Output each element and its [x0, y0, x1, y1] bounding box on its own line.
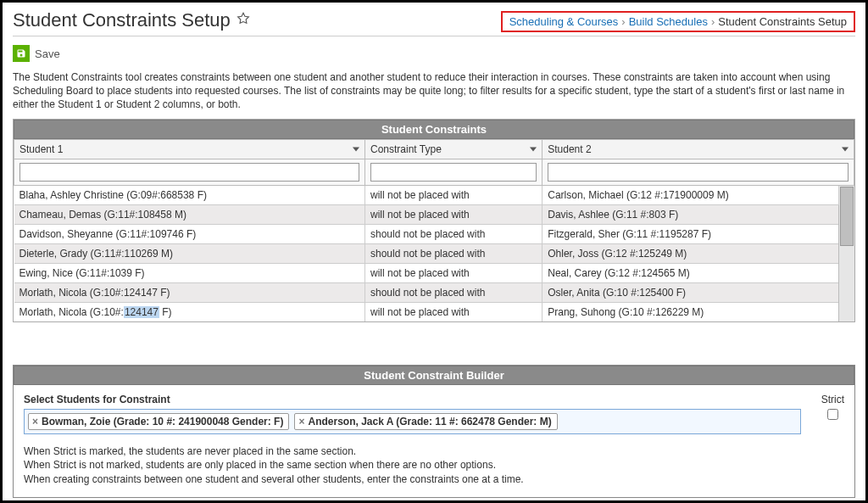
chevron-down-icon	[353, 147, 359, 151]
chevron-down-icon	[842, 147, 849, 151]
student-token[interactable]: ×Bowman, Zoie (Grade: 10 #: 241900048 Ge…	[28, 413, 289, 430]
cell-student1: Dieterle, Grady (G:11#:110269 M)	[14, 243, 365, 263]
cell-student1: Davidson, Sheyanne (G:11#:109746 F)	[14, 224, 365, 243]
table-row[interactable]: Davidson, Sheyanne (G:11#:109746 F)shoul…	[14, 224, 854, 243]
col-header-student1[interactable]: Student 1	[14, 139, 365, 159]
strict-label: Strict	[821, 394, 844, 405]
chevron-right-icon: ›	[711, 15, 715, 28]
token-label: Bowman, Zoie (Grade: 10 #: 241900048 Gen…	[42, 416, 283, 428]
cell-student2: Osler, Anita (G:10 #:125400 F)	[542, 282, 839, 302]
select-students-label: Select Students for Constraint	[24, 394, 801, 405]
intro-text: The Student Constraints tool creates con…	[13, 70, 855, 112]
breadcrumb-current: Student Constraints Setup	[718, 15, 847, 28]
cell-constraint-type: should not be placed with	[365, 243, 542, 263]
table-row[interactable]: Morlath, Nicola (G:10#:124147 F)should n…	[14, 282, 854, 302]
cell-student2: Prang, Suhong (G:10 #:126229 M)	[542, 302, 839, 321]
cell-student1: Morlath, Nicola (G:10#:124147 F)	[14, 282, 365, 302]
breadcrumb-link-build[interactable]: Build Schedules	[629, 15, 708, 28]
cell-student1: Morlath, Nicola (G:10#:124147 F)	[14, 302, 365, 321]
table-row[interactable]: Dieterle, Grady (G:11#:110269 M)should n…	[14, 243, 854, 263]
toolbar: Save	[13, 45, 855, 62]
cell-constraint-type: will not be placed with	[365, 263, 542, 282]
scroll-thumb[interactable]	[840, 187, 853, 246]
page-title: Student Constraints Setup	[13, 9, 251, 31]
cell-constraint-type: will not be placed with	[365, 302, 542, 321]
save-button[interactable]	[13, 45, 30, 62]
table-row[interactable]: Chameau, Demas (G:11#:108458 M)will not …	[14, 204, 854, 224]
builder-notes: When Strict is marked, the students are …	[24, 444, 844, 487]
cell-student2: Neal, Carey (G:12 #:124565 M)	[542, 263, 839, 282]
cell-student2: Davis, Ashlee (G:11 #:803 F)	[542, 204, 839, 224]
constraint-builder: Student Constraint Builder Select Studen…	[13, 365, 855, 498]
constraints-grid: Student Constraints Student 1 Constraint…	[13, 119, 855, 322]
table-row[interactable]: Ewing, Nice (G:11#:1039 F)will not be pl…	[14, 263, 854, 282]
cell-constraint-type: should not be placed with	[365, 224, 542, 243]
table-row[interactable]: Morlath, Nicola (G:10#:124147 F)will not…	[14, 302, 854, 321]
breadcrumb: Scheduling & Courses › Build Schedules ›…	[501, 11, 855, 32]
table-row[interactable]: Blaha, Ashley Christine (G:09#:668538 F)…	[14, 185, 854, 204]
filter-input-student1[interactable]	[19, 163, 359, 182]
grid-title: Student Constraints	[14, 120, 854, 139]
builder-title: Student Constraint Builder	[14, 366, 854, 385]
save-label: Save	[35, 48, 60, 60]
save-icon	[16, 48, 26, 59]
cell-constraint-type: will not be placed with	[365, 185, 542, 204]
highlighted-text: 124147	[124, 306, 159, 318]
cell-student2: Ohler, Joss (G:12 #:125249 M)	[542, 243, 839, 263]
col-header-constraint-type[interactable]: Constraint Type	[365, 139, 542, 159]
remove-token-icon[interactable]: ×	[298, 416, 304, 428]
cell-student1: Blaha, Ashley Christine (G:09#:668538 F)	[14, 185, 365, 204]
scrollbar[interactable]	[839, 185, 854, 321]
chevron-right-icon: ›	[621, 15, 625, 28]
cell-constraint-type: will not be placed with	[365, 204, 542, 224]
page-title-text: Student Constraints Setup	[13, 9, 231, 31]
cell-student1: Chameau, Demas (G:11#:108458 M)	[14, 204, 365, 224]
chevron-down-icon	[530, 147, 537, 151]
cell-student2: Fitzgerald, Sher (G:11 #:1195287 F)	[542, 224, 839, 243]
filter-input-constraint-type[interactable]	[370, 163, 537, 182]
cell-constraint-type: should not be placed with	[365, 282, 542, 302]
student-token-input[interactable]: ×Bowman, Zoie (Grade: 10 #: 241900048 Ge…	[24, 409, 801, 434]
breadcrumb-link-scheduling[interactable]: Scheduling & Courses	[509, 15, 619, 28]
token-label: Anderson, Jack A (Grade: 11 #: 662478 Ge…	[308, 416, 551, 428]
cell-student2: Carlson, Michael (G:12 #:171900009 M)	[542, 185, 839, 204]
student-token[interactable]: ×Anderson, Jack A (Grade: 11 #: 662478 G…	[294, 413, 557, 430]
strict-checkbox[interactable]	[827, 409, 838, 420]
filter-input-student2[interactable]	[548, 163, 849, 182]
col-header-student2[interactable]: Student 2	[542, 139, 854, 159]
remove-token-icon[interactable]: ×	[32, 416, 38, 428]
favorite-star-icon[interactable]	[236, 9, 251, 31]
cell-student1: Ewing, Nice (G:11#:1039 F)	[14, 263, 365, 282]
